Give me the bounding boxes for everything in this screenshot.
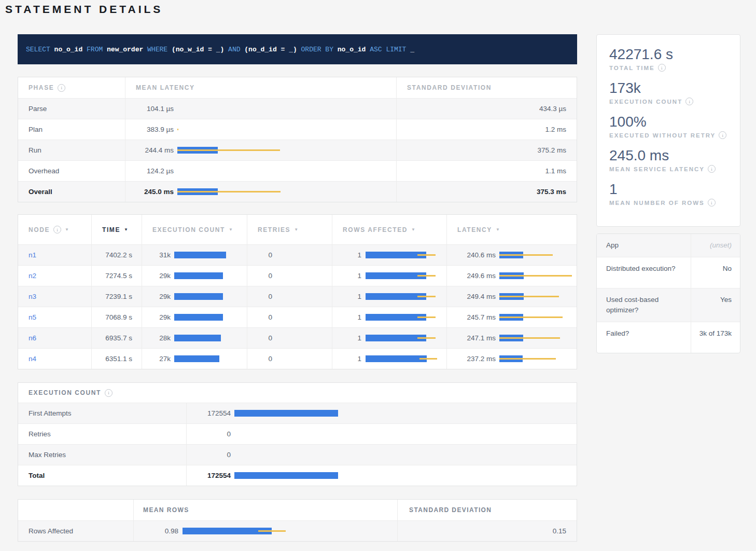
time-value: 7068.9 s xyxy=(91,307,142,327)
info-icon[interactable]: i xyxy=(58,84,65,92)
latency-cell: 240.6 ms xyxy=(446,245,577,265)
property-row-app: App (unset) xyxy=(597,234,740,257)
info-icon[interactable]: i xyxy=(708,165,716,173)
property-label: Used cost-based optimizer? xyxy=(597,288,691,322)
latency-cell: 245.7 ms xyxy=(446,307,577,327)
column-header-rows-affected[interactable]: ROWS AFFECTED▼ xyxy=(332,215,446,244)
rows-affected-value: 1 xyxy=(332,334,361,342)
info-icon[interactable]: i xyxy=(708,199,716,206)
count-cell: 172554 xyxy=(186,403,577,423)
column-header-execution-count[interactable]: EXECUTION COUNT▼ xyxy=(142,215,247,244)
rows-affected-bar xyxy=(366,314,436,321)
column-header-time[interactable]: TIME▼ xyxy=(91,215,142,244)
execution-count-value: 28k xyxy=(142,334,171,342)
stat-label-text: EXECUTION COUNT xyxy=(609,99,682,105)
mean-latency-value: 244.4 ms xyxy=(129,146,174,154)
execution-count-cell: 28k xyxy=(142,328,247,348)
rows-affected-value: 1 xyxy=(332,293,361,300)
rows-affected-value: 1 xyxy=(332,355,361,363)
info-icon[interactable]: i xyxy=(719,131,726,139)
stat-label: TOTAL TIMEi xyxy=(609,64,727,72)
table-row: Run 244.4 ms 375.2 ms xyxy=(18,140,577,160)
stat-label-text: MEAN SERVICE LATENCY xyxy=(609,166,705,172)
stdev-value: 434.3 µs xyxy=(396,99,577,119)
column-header-latency[interactable]: LATENCY▼ xyxy=(446,215,577,244)
execution-count-header: EXECUTION COUNTi xyxy=(18,383,577,403)
property-label: App xyxy=(597,234,691,257)
row-label: First Attempts xyxy=(18,403,186,423)
column-header-label: NODE xyxy=(29,226,50,233)
column-header-node[interactable]: NODEi▼ xyxy=(18,215,91,244)
sql-identifier: no_o_id xyxy=(338,46,370,53)
mean-rows-bar xyxy=(183,528,286,534)
latency-value: 249.6 ms xyxy=(451,272,496,280)
property-label: Distributed execution? xyxy=(597,257,691,288)
column-header-label: STANDARD DEVIATION xyxy=(407,84,492,91)
stat-label-text: MEAN NUMBER OF ROWS xyxy=(609,200,705,206)
execution-count-bar xyxy=(174,252,226,258)
sort-arrow-icon[interactable]: ▼ xyxy=(496,227,500,232)
node-link[interactable]: n4 xyxy=(29,355,36,363)
rows-affected-table: MEAN ROWS STANDARD DEVIATION Rows Affect… xyxy=(18,499,577,542)
count-value: 172554 xyxy=(187,409,231,417)
info-icon[interactable]: i xyxy=(105,389,113,397)
sql-keyword: ORDER BY xyxy=(301,46,338,53)
rows-affected-cell: 1 xyxy=(332,286,446,307)
sort-arrow-icon[interactable]: ▼ xyxy=(65,227,69,232)
count-value: 0 xyxy=(187,430,231,438)
count-value: 0 xyxy=(187,451,231,459)
stdev-value: 1.2 ms xyxy=(396,119,577,140)
retries-value: 0 xyxy=(247,355,272,363)
phase-table-header: PHASEi MEAN LATENCY STANDARD DEVIATION xyxy=(18,77,577,98)
table-title: EXECUTION COUNTi xyxy=(18,383,113,403)
latency-value: 247.1 ms xyxy=(451,334,496,342)
node-link[interactable]: n6 xyxy=(29,334,36,342)
stat-value: 245.0 ms xyxy=(609,147,727,164)
latency-bar xyxy=(177,147,280,154)
latency-value: 245.7 ms xyxy=(451,313,496,321)
node-link[interactable]: n3 xyxy=(29,293,36,300)
latency-value: 240.6 ms xyxy=(451,251,496,259)
info-icon[interactable]: i xyxy=(685,98,693,105)
sort-arrow-icon[interactable]: ▼ xyxy=(294,227,298,232)
mean-rows-value: 0.98 xyxy=(136,527,178,535)
table-row: n4 6351.1 s 27k 0 1 237.2 ms xyxy=(18,348,577,369)
stat-execution-count: 173k EXECUTION COUNTi xyxy=(609,79,727,105)
info-icon[interactable]: i xyxy=(53,226,61,233)
rows-affected-cell: 1 xyxy=(332,307,446,327)
property-value: No xyxy=(691,257,740,288)
table-row-overall: Overall 245.0 ms 375.3 ms xyxy=(18,181,577,202)
latency-bar xyxy=(499,335,560,341)
execution-count-cell: 29k xyxy=(142,307,247,327)
retries-value: 0 xyxy=(247,313,272,321)
execution-count-table: EXECUTION COUNTi First Attempts 172554 R… xyxy=(18,382,577,486)
info-icon[interactable]: i xyxy=(658,64,666,72)
latency-bar xyxy=(499,252,553,258)
mean-latency-cell: 244.4 ms xyxy=(125,140,396,160)
execution-count-value: 29k xyxy=(142,272,171,280)
execution-count-bar xyxy=(174,314,223,321)
column-header-label: MEAN ROWS xyxy=(143,506,189,514)
table-row: Rows Affected 0.98 0.15 xyxy=(18,520,577,541)
stat-label-text: EXECUTED WITHOUT RETRY xyxy=(609,132,716,139)
node-link[interactable]: n1 xyxy=(29,251,36,259)
table-row: Retries 0 xyxy=(18,423,577,444)
stat-mean-number-of-rows: 1 MEAN NUMBER OF ROWSi xyxy=(609,181,727,206)
sort-arrow-icon[interactable]: ▼ xyxy=(411,227,415,232)
node-link[interactable]: n5 xyxy=(29,313,36,321)
node-link[interactable]: n2 xyxy=(29,272,36,280)
column-header-label: LATENCY xyxy=(457,226,492,233)
rows-affected-value: 1 xyxy=(332,313,361,321)
sort-arrow-icon[interactable]: ▼ xyxy=(229,227,233,232)
count-cell: 172554 xyxy=(186,465,577,486)
column-header-mean-rows: MEAN ROWS xyxy=(133,500,397,520)
stdev-value: 375.3 ms xyxy=(396,182,577,202)
statement-properties-card: App (unset) Distributed execution? No Us… xyxy=(596,233,740,353)
time-value: 7239.1 s xyxy=(91,286,142,307)
sort-arrow-icon[interactable]: ▼ xyxy=(124,227,128,232)
column-header-retries[interactable]: RETRIES▼ xyxy=(247,215,332,244)
phase-table: PHASEi MEAN LATENCY STANDARD DEVIATION P… xyxy=(18,77,577,202)
row-label: Retries xyxy=(18,424,186,444)
latency-bar xyxy=(499,355,556,362)
time-value: 6935.7 s xyxy=(91,328,142,348)
